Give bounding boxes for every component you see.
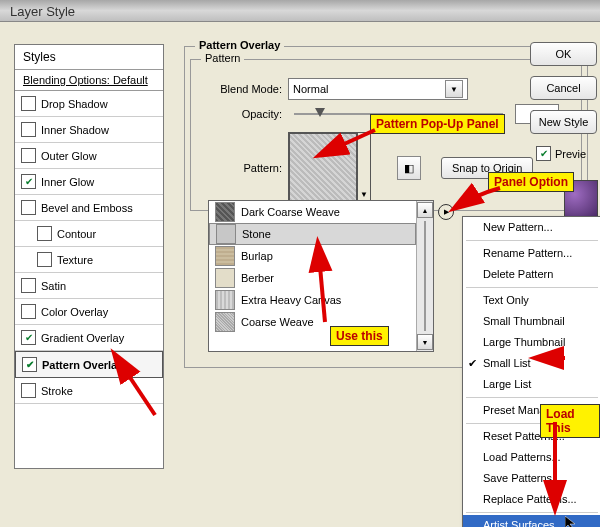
blend-mode-label: Blend Mode:	[197, 83, 282, 95]
menu-load-patterns[interactable]: Load Patterns...	[463, 447, 600, 468]
menu-separator	[466, 240, 598, 241]
blending-options-header[interactable]: Blending Options: Default	[15, 70, 163, 91]
style-outer-glow[interactable]: Outer Glow	[15, 143, 163, 169]
ok-button[interactable]: OK	[530, 42, 597, 66]
opacity-slider-thumb[interactable]	[315, 108, 325, 117]
panel-flyout-button[interactable]: ▶	[438, 204, 454, 220]
checkbox-color-overlay[interactable]	[21, 304, 36, 319]
menu-rename-pattern[interactable]: Rename Pattern...	[463, 243, 600, 264]
styles-header[interactable]: Styles	[15, 45, 163, 70]
pattern-item-stone[interactable]: Stone	[209, 223, 416, 245]
pattern-item-burlap[interactable]: Burlap	[209, 245, 416, 267]
menu-small-list[interactable]: Small List	[463, 353, 600, 374]
annotation-panel-option: Panel Option	[488, 172, 574, 192]
checkbox-texture[interactable]	[37, 252, 52, 267]
pattern-thumb-icon	[215, 246, 235, 266]
checkbox-outer-glow[interactable]	[21, 148, 36, 163]
checkbox-contour[interactable]	[37, 226, 52, 241]
pattern-overlay-label: Pattern Overlay	[195, 39, 284, 51]
annotation-pattern-popup: Pattern Pop-Up Panel	[370, 114, 505, 134]
blend-mode-select[interactable]: Normal ▼	[288, 78, 468, 100]
pattern-thumb-icon	[216, 224, 236, 244]
style-inner-glow[interactable]: Inner Glow	[15, 169, 163, 195]
pattern-thumb-icon	[215, 312, 235, 332]
dialog-buttons: OK Cancel New Style Previe	[530, 42, 600, 161]
style-inner-shadow[interactable]: Inner Shadow	[15, 117, 163, 143]
panel-options-menu: New Pattern... Rename Pattern... Delete …	[462, 216, 600, 527]
checkbox-pattern-overlay[interactable]	[22, 357, 37, 372]
menu-separator	[466, 397, 598, 398]
new-preset-button[interactable]: ◧	[397, 156, 421, 180]
scroll-thumb[interactable]	[424, 221, 426, 331]
menu-new-pattern[interactable]: New Pattern...	[463, 217, 600, 238]
pattern-item-berber[interactable]: Berber	[209, 267, 416, 289]
menu-large-thumbnail[interactable]: Large Thumbnail	[463, 332, 600, 353]
checkbox-drop-shadow[interactable]	[21, 96, 36, 111]
annotation-use-this: Use this	[330, 326, 389, 346]
pattern-field-label: Pattern:	[197, 162, 282, 174]
pattern-item-dark-coarse-weave[interactable]: Dark Coarse Weave	[209, 201, 416, 223]
cancel-button[interactable]: Cancel	[530, 76, 597, 100]
pattern-thumb-icon	[215, 268, 235, 288]
style-stroke[interactable]: Stroke	[15, 378, 163, 404]
preview-checkbox-row[interactable]: Previe	[530, 146, 600, 161]
style-drop-shadow[interactable]: Drop Shadow	[15, 91, 163, 117]
style-contour[interactable]: Contour	[15, 221, 163, 247]
pattern-thumb-icon	[215, 290, 235, 310]
checkbox-bevel-emboss[interactable]	[21, 200, 36, 215]
menu-separator	[466, 287, 598, 288]
pattern-dropdown-arrow[interactable]: ▼	[358, 132, 371, 204]
menu-separator	[466, 512, 598, 513]
new-style-button[interactable]: New Style	[530, 110, 597, 134]
checkbox-inner-glow[interactable]	[21, 174, 36, 189]
menu-large-list[interactable]: Large List	[463, 374, 600, 395]
menu-save-patterns[interactable]: Save Patterns...	[463, 468, 600, 489]
pattern-swatch[interactable]	[288, 132, 358, 202]
pattern-popup-panel[interactable]: Dark Coarse Weave Stone Burlap Berber Ex…	[208, 200, 434, 352]
window-titlebar: Layer Style	[0, 0, 600, 22]
pattern-list-scrollbar[interactable]: ▲ ▼	[416, 201, 433, 351]
preview-label: Previe	[555, 148, 586, 160]
scroll-up-icon[interactable]: ▲	[417, 202, 433, 218]
style-texture[interactable]: Texture	[15, 247, 163, 273]
style-color-overlay[interactable]: Color Overlay	[15, 299, 163, 325]
chevron-down-icon: ▼	[445, 80, 463, 98]
pattern-item-extra-heavy-canvas[interactable]: Extra Heavy Canvas	[209, 289, 416, 311]
styles-panel: Styles Blending Options: Default Drop Sh…	[14, 44, 164, 469]
style-bevel-emboss[interactable]: Bevel and Emboss	[15, 195, 163, 221]
pattern-thumb-icon	[215, 202, 235, 222]
checkbox-satin[interactable]	[21, 278, 36, 293]
checkbox-gradient-overlay[interactable]	[21, 330, 36, 345]
window-title: Layer Style	[10, 4, 75, 19]
preview-checkbox[interactable]	[536, 146, 551, 161]
checkbox-stroke[interactable]	[21, 383, 36, 398]
menu-text-only[interactable]: Text Only	[463, 290, 600, 311]
menu-replace-patterns[interactable]: Replace Patterns...	[463, 489, 600, 510]
opacity-label: Opacity:	[197, 108, 282, 120]
menu-small-thumbnail[interactable]: Small Thumbnail	[463, 311, 600, 332]
menu-artist-surfaces[interactable]: Artist Surfaces	[463, 515, 600, 527]
style-pattern-overlay[interactable]: Pattern Overlay	[15, 351, 163, 378]
menu-delete-pattern[interactable]: Delete Pattern	[463, 264, 600, 285]
style-satin[interactable]: Satin	[15, 273, 163, 299]
style-gradient-overlay[interactable]: Gradient Overlay	[15, 325, 163, 351]
scroll-down-icon[interactable]: ▼	[417, 334, 433, 350]
annotation-load-this: Load This	[540, 404, 600, 438]
pattern-groupbox-label: Pattern	[201, 52, 244, 64]
checkbox-inner-shadow[interactable]	[21, 122, 36, 137]
